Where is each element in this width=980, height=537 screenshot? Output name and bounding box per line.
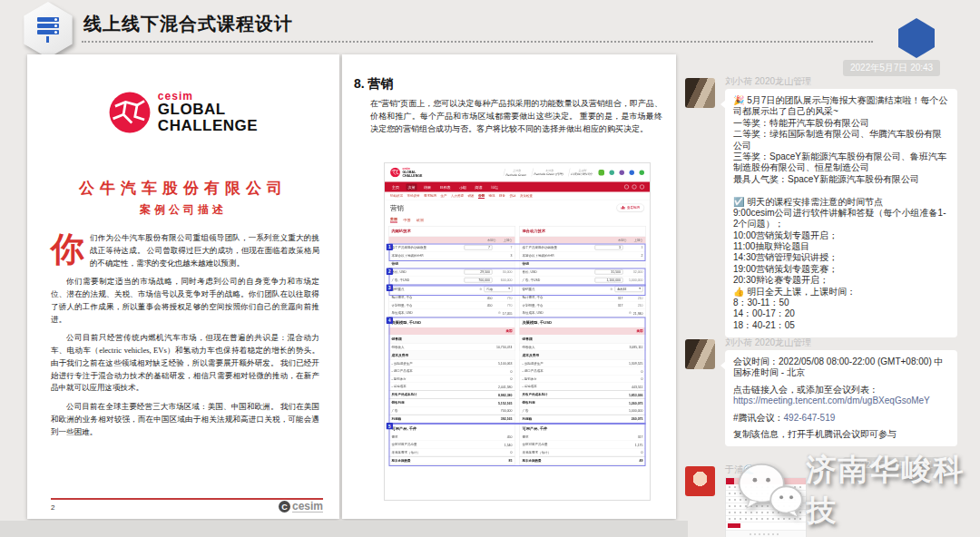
subnav-item[interactable]: 研发 — [468, 194, 475, 199]
app-main-nav: 主页决策结果日程表小组阅读论坛 — [385, 182, 650, 192]
nav-item[interactable]: 主页 — [390, 183, 401, 190]
chat-message: 🎉 5月7日的团队展示与海报大赛圆满结束啦！每个公司都展示出了自己的风采~ 一等… — [725, 89, 957, 337]
cesim-footer-logo: C cesim — [279, 501, 323, 513]
thumbnail-chart-title — [726, 530, 806, 537]
section-subheader: 销售额 — [520, 335, 646, 344]
avatar[interactable] — [685, 78, 715, 108]
thumbnail-table-header — [726, 478, 806, 484]
table-row: 全部可用产品总量1,175 — [520, 441, 646, 449]
gear-icon[interactable]: ⚙ — [629, 311, 632, 315]
table-row: 期末余额数量85 — [389, 456, 515, 464]
table-row: - 当期现货生产1,309,525 — [520, 360, 646, 368]
decision-select[interactable]: 汽油▾ — [485, 286, 513, 292]
status-dot — [610, 170, 615, 175]
app-header: cesim GLOBALCHALLENGE 上回合Rachelle Green本… — [385, 163, 650, 182]
decision-panels: 内燃机技术本回合上回合拟于产品采用的功能数量77本回合以下等级的分销3营销售价,… — [385, 224, 650, 470]
avatar[interactable] — [685, 466, 715, 496]
decision-input[interactable]: 3 — [595, 245, 623, 250]
cesim-circle-icon: C — [279, 501, 290, 513]
table-row: 拟于产品采用的功能数量33 — [520, 244, 646, 252]
subnav-item[interactable]: 营销 — [478, 193, 485, 199]
chat-panel: 2022年5月7日 20:43 刘小荷 2020龙山管理 🎉 5月7日的团队展示… — [683, 53, 980, 537]
market-tabs: 美国中国欧洲 — [385, 215, 650, 224]
forecast-button[interactable]: 查看预测 — [617, 204, 645, 212]
footer-rule — [51, 498, 323, 500]
table-row: 营销重点⚙高科技▾ — [520, 285, 646, 295]
nav-item[interactable]: 论坛 — [489, 183, 500, 190]
table-row: 未满足需求（估计）0 — [520, 449, 646, 457]
meeting-link[interactable]: https://meeting.tencent.com/dm/ugBXeqGso… — [733, 395, 930, 405]
subnav-item[interactable]: 市场设置 — [407, 194, 420, 199]
decision-input[interactable]: 31,500 — [595, 269, 623, 275]
panel-title: 混合动力技术 — [520, 227, 646, 238]
decision-panel: 内燃机技术本回合上回合拟于产品采用的功能数量77本回合以下等级的分销3营销售价,… — [388, 226, 515, 465]
dropcap: 你 — [51, 235, 84, 263]
subnav-item[interactable]: 物流 — [489, 194, 495, 199]
app-logo: cesim GLOBALCHALLENGE — [390, 168, 422, 178]
nav-right-icons — [624, 185, 644, 190]
table-row: 计划销量, 千台450770 — [389, 302, 515, 310]
decision-input[interactable]: 29,500 — [465, 269, 493, 275]
table-row: 预计需求, 千台317210 — [520, 294, 646, 302]
decision-select[interactable]: 高科技▾ — [615, 286, 643, 292]
gear-icon[interactable]: ⚙ — [479, 288, 482, 291]
table-row: 需求317 — [520, 434, 646, 442]
table-row: - 期初库存0 — [520, 376, 646, 384]
column-headers: 本回合上回合 — [520, 237, 646, 244]
case-body-text: 你们作为公牛汽车股份有限公司重组领导团队，一系列意义重大的挑战正等待达成。 公司… — [51, 232, 319, 444]
subnav-item[interactable]: 生产 — [441, 194, 447, 199]
section-subheader: 销售额 — [389, 335, 515, 344]
table-row: - 进口产品成本0 — [389, 367, 515, 376]
table-row: 所售产品成本总计8,982,380 — [389, 391, 515, 399]
gear-icon[interactable]: ⚙ — [498, 311, 501, 315]
case-company-title: 公牛汽车股份有限公司 — [27, 178, 339, 199]
nav-item[interactable]: 阅读 — [474, 183, 485, 190]
subnav-item[interactable]: 决策检查 — [520, 194, 533, 199]
avatar[interactable] — [685, 339, 715, 369]
status-dot — [630, 170, 635, 175]
decision-input[interactable]: 7 — [465, 245, 493, 250]
logout-icon[interactable] — [640, 185, 644, 190]
decision-input[interactable]: 700,000 — [465, 278, 493, 283]
status-dot — [599, 170, 605, 176]
chat-image-thumbnail[interactable] — [725, 477, 807, 537]
decision-panel: 混合动力技术本回合上回合拟于产品采用的功能数量33本回合以下等级的分销2营销售价… — [519, 226, 646, 465]
nav-item[interactable]: 日程表 — [438, 183, 453, 190]
help-icon[interactable] — [632, 185, 637, 190]
page-title: 线上线下混合式课程设计 — [83, 12, 293, 36]
table-row: 全部可用产品总量1,540 — [389, 441, 515, 449]
nav-item[interactable]: 结果 — [422, 183, 433, 190]
market-tab[interactable]: 欧洲 — [416, 217, 424, 222]
subnav-item[interactable]: 初始状况 — [390, 194, 403, 199]
market-tab[interactable]: 美国 — [390, 217, 397, 223]
table-row: 销售利润1,260,075 — [520, 399, 646, 407]
bottom-band — [0, 521, 688, 537]
user-info-item: 总用时13天04小时15分 — [568, 169, 595, 177]
sender-name: 刘小荷 2020龙山管理 — [725, 337, 811, 349]
table-row: 广告700,000 — [389, 407, 515, 415]
table-row: 销售收入10,734,474 — [389, 344, 515, 352]
table-row: - 进口产品成本0 — [520, 367, 646, 376]
sender-name: 刘小荷 2020龙山管理 — [725, 75, 811, 88]
nav-item[interactable]: 决策 — [407, 183, 417, 190]
table-row: 单位成本, USD⚙17,055 — [389, 309, 515, 317]
table-row: 计划销量, 千台317210 — [520, 302, 646, 310]
decision-input[interactable]: 1,100,000 — [595, 278, 623, 283]
market-tab[interactable]: 中国 — [404, 217, 411, 222]
person-icon[interactable] — [624, 185, 629, 190]
subnav-item[interactable]: 财务 — [499, 194, 505, 199]
table-row: 广告, 千USD700,000600,000 — [389, 277, 515, 285]
table-row: 广告, 千USD1,100,0001,000,000 — [520, 277, 646, 285]
table-row: - 运输成本443,511 — [520, 383, 646, 391]
nav-item[interactable]: 小组 — [457, 183, 468, 190]
gear-icon[interactable]: ⚙ — [610, 288, 612, 291]
table-row: 所售产品成本总计1,853,036 — [520, 391, 646, 399]
table-row: 售价, USD31,50032,000 — [520, 268, 646, 277]
app-user-info: 上回合Rachelle Green本回合Rachelle Green (代理)总… — [504, 169, 644, 177]
subnav-item[interactable]: 需求预测 — [424, 194, 436, 199]
subnav-item[interactable]: 贷款 — [510, 194, 516, 199]
section-subheader: 营销 — [520, 259, 646, 268]
section-subheader: 营销 — [389, 259, 515, 268]
subnav-item[interactable]: 人力资源 — [451, 194, 464, 199]
thumbnail-red-chip — [728, 523, 740, 528]
